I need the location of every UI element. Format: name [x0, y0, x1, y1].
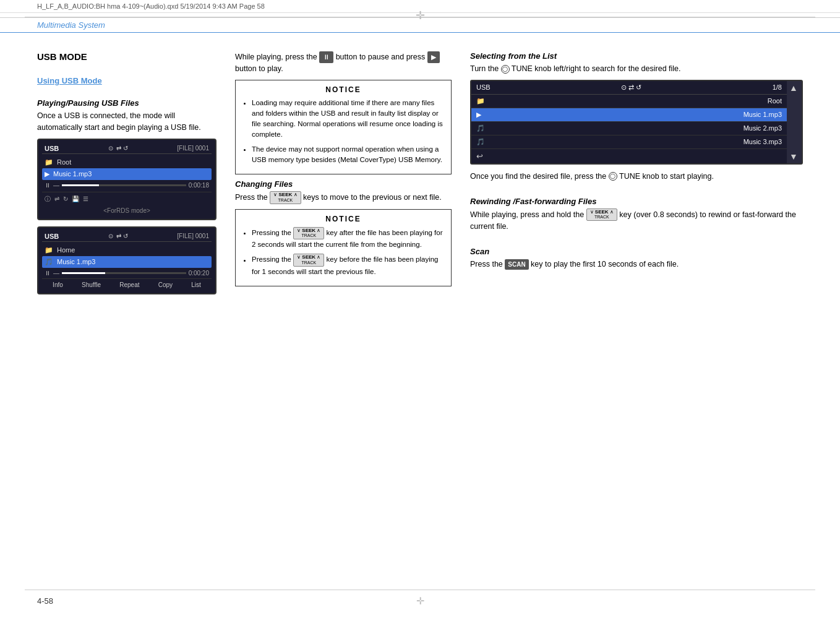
play-icon-list: ▶: [476, 111, 481, 119]
dash-1: —: [53, 182, 59, 189]
list-arrows: ▲ ▼: [787, 81, 802, 163]
pause-icon-2: ⏸: [45, 270, 51, 277]
notice-list-1: Loading may require additional time if t…: [242, 98, 445, 166]
play-icon-1: ▶: [45, 170, 49, 178]
save-icon-1: 💾: [72, 195, 79, 202]
folder-icon-1: 📁: [45, 158, 53, 166]
folder-name-2: Home: [57, 246, 75, 254]
list-icons: ⊙ ⇄ ↺: [621, 84, 641, 92]
scan-title: Scan: [470, 247, 803, 256]
list-row-root: 📁 Root: [471, 95, 787, 108]
dash-2: —: [53, 270, 59, 277]
usb-label-2: USB: [45, 233, 59, 240]
scan-text: Press the SCAN key to play the first 10 …: [470, 259, 803, 270]
usb-list-screen: USB ⊙ ⇄ ↺ 1/8 📁 Root ▶ Music 1.mp3 🎵: [470, 80, 803, 165]
seek-track-btn-right: ∨ SEEK ∧ TRACK: [586, 208, 617, 221]
selecting-text: Turn the ◯ TUNE knob left/right to searc…: [470, 63, 803, 75]
file-row-2: 🎵 Music 1.mp3: [42, 256, 212, 268]
list-icon-1: ☰: [83, 195, 88, 202]
progress-bar-1: [62, 184, 186, 186]
changing-title: Changing Files: [235, 179, 452, 189]
section-title: Multimedia System: [37, 20, 105, 30]
usb-bottom-bar-2[interactable]: Info Shuffle Repeat Copy List: [42, 278, 212, 290]
btn-info[interactable]: Info: [53, 281, 63, 288]
folder-icon-list: 📁: [476, 97, 485, 105]
progress-bar-2: [62, 272, 186, 274]
selecting-title: Selecting from the List: [470, 51, 803, 61]
list-main: USB ⊙ ⇄ ↺ 1/8 📁 Root ▶ Music 1.mp3 🎵: [471, 81, 787, 163]
btn-repeat[interactable]: Repeat: [119, 281, 139, 288]
progress-fill-2: [62, 272, 105, 274]
doc-header-line: H_LF_A,B_AUDIO:BH hma 4-109~(Audio).qxd …: [0, 0, 840, 13]
usb-icons-1: ⊙ ⇄ ↺: [108, 145, 128, 152]
playing-text: Once a USB is connected, the mode will a…: [37, 110, 216, 134]
play-button: ▶: [427, 51, 440, 63]
scroll-up-btn[interactable]: ▲: [789, 84, 799, 92]
music-icon-2: 🎵: [45, 258, 53, 266]
rewinding-text: While playing, press and hold the ∨ SEEK…: [470, 208, 803, 233]
notice-item-1-1: Loading may require additional time if t…: [252, 98, 445, 140]
notice-item-2-1: Pressing the ∨ SEEK ∧ TRACK key after th…: [252, 227, 445, 251]
list-page: 1/8: [773, 84, 782, 91]
file-label-2: [FILE] 0001: [177, 233, 209, 239]
middle-column: While playing, press the ⏸ button to pau…: [235, 51, 452, 301]
usb-screen-2: USB ⊙ ⇄ ↺ [FILE] 0001 📁 Home 🎵 Music 1.m…: [37, 226, 216, 294]
list-usb-label: USB: [476, 84, 491, 91]
music-icon-list2: 🎵: [476, 124, 485, 132]
bottom-rule: [25, 590, 815, 590]
tune-circle-1: ◯: [501, 65, 510, 74]
section-bar: Multimedia System: [0, 17, 840, 33]
rewinding-title: Rewinding /Fast-forwarding Files: [470, 197, 803, 206]
filename-1: Music 1.mp3: [53, 170, 92, 178]
page-number: 4-58: [37, 596, 53, 606]
music1-label: Music 1.mp3: [744, 111, 782, 118]
playing-pausing-title: Playing/Pausing USB Files: [37, 98, 216, 108]
progress-1: ⏸ — 0:00:18: [42, 180, 212, 191]
progress-2: ⏸ — 0:00:20: [42, 268, 212, 278]
using-usb-subtitle: Using USB Mode: [37, 76, 216, 85]
folder-name-1: Root: [57, 158, 71, 166]
usb-controls-1: ⓘ ⇌ ↻ 💾 ☰: [42, 192, 212, 206]
list-row-music2[interactable]: 🎵 Music 2.mp3: [471, 122, 787, 135]
shuffle-icon-1: ⇌: [54, 195, 59, 202]
playing-intro: While playing, press the ⏸ button to pau…: [235, 51, 452, 75]
back-icon: ↩: [476, 152, 483, 161]
time-2: 0:00:20: [189, 270, 209, 277]
scroll-down-btn[interactable]: ▼: [789, 152, 799, 161]
pause-button: ⏸: [319, 51, 333, 63]
notice-box-1: NOTICE Loading may require additional ti…: [235, 80, 452, 175]
back-row[interactable]: ↩: [471, 149, 787, 163]
left-column: USB MODE Using USB Mode Playing/Pausing …: [37, 51, 216, 301]
seek-track-btn-2: ∨ SEEK ∧ TRACK: [293, 227, 324, 239]
notice-list-2: Pressing the ∨ SEEK ∧ TRACK key after th…: [242, 227, 445, 277]
btn-shuffle[interactable]: Shuffle: [82, 281, 101, 288]
usb-icons-2: ⊙ ⇄ ↺: [108, 233, 128, 239]
changing-text: Press the ∨ SEEK ∧ TRACK keys to move to…: [235, 191, 452, 204]
time-1: 0:00:18: [189, 182, 209, 189]
btn-list[interactable]: List: [191, 281, 201, 288]
list-row-music1[interactable]: ▶ Music 1.mp3: [471, 108, 787, 122]
notice-item-1-2: The device may not support normal operat…: [252, 144, 445, 166]
repeat-icon-1: ↻: [63, 195, 68, 202]
notice-item-2-2: Pressing the ∨ SEEK ∧ TRACK key before t…: [252, 254, 445, 277]
music3-label: Music 3.mp3: [744, 138, 782, 145]
usb-screen-1: USB ⊙ ⇄ ↺ [FILE] 0001 📁 Root ▶ Music 1.m…: [37, 139, 216, 220]
bottom-cross: ✛: [416, 595, 424, 607]
notice-title-2: NOTICE: [242, 215, 445, 223]
notice-title-1: NOTICE: [242, 85, 445, 94]
pause-icon-1: ⏸: [45, 182, 51, 189]
info-icon-1: ⓘ: [45, 195, 51, 204]
file-row-1: ▶ Music 1.mp3: [42, 168, 212, 180]
right-column: Selecting from the List Turn the ◯ TUNE …: [470, 51, 803, 301]
notice-box-2: NOTICE Pressing the ∨ SEEK ∧ TRACK key a…: [235, 209, 452, 286]
main-content: USB MODE Using USB Mode Playing/Pausing …: [0, 39, 840, 313]
btn-copy[interactable]: Copy: [158, 281, 173, 288]
folder-row-1: 📁 Root: [42, 157, 212, 168]
list-header: USB ⊙ ⇄ ↺ 1/8: [471, 81, 787, 95]
list-with-arrows: USB ⊙ ⇄ ↺ 1/8 📁 Root ▶ Music 1.mp3 🎵: [471, 81, 802, 163]
list-row-music3[interactable]: 🎵 Music 3.mp3: [471, 135, 787, 149]
file-label-1: [FILE] 0001: [177, 145, 209, 152]
music-icon-list3: 🎵: [476, 138, 485, 146]
seek-track-btn-3: ∨ SEEK ∧ TRACK: [293, 254, 324, 266]
music2-label: Music 2.mp3: [744, 124, 782, 132]
